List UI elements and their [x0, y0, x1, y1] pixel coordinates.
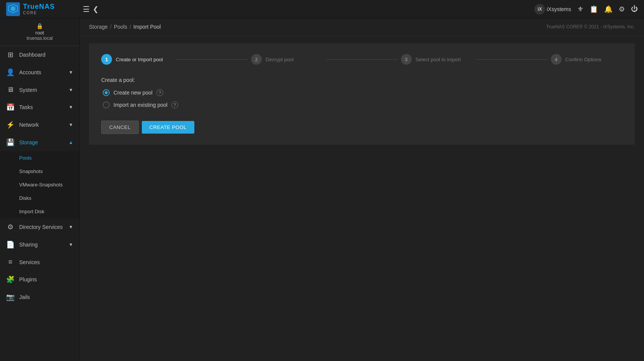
sidebar-item-storage[interactable]: 💾 Storage ▲ — [0, 134, 79, 151]
sidebar-item-tasks[interactable]: 📅 Tasks ▼ — [0, 98, 79, 116]
sidebar-subitem-import-disk[interactable]: Import Disk — [0, 205, 79, 218]
sidebar-nav: ⊞ Dashboard 👤 Accounts ▼ 🖥 System ▼ 📅 Ta… — [0, 46, 79, 361]
back-button[interactable]: ❮ — [93, 5, 99, 13]
sidebar: 🔒 root truenas.local ⊞ Dashboard 👤 Accou… — [0, 18, 80, 361]
storage-subitems: Pools Snapshots VMware-Snapshots Disks I… — [0, 151, 79, 218]
sidebar-item-accounts[interactable]: 👤 Accounts ▼ — [0, 64, 79, 81]
sidebar-item-label: Plugins — [19, 276, 73, 283]
ix-logo-circle: iX — [534, 4, 545, 15]
step-2-label: Decrypt pool — [266, 57, 294, 62]
sidebar-item-jails[interactable]: 📷 Jails — [0, 288, 79, 306]
sidebar-item-label: Sharing — [19, 242, 64, 248]
plugins-icon: 🧩 — [6, 275, 15, 284]
create-pool-button[interactable]: CREATE POOL — [142, 121, 194, 134]
breadcrumb-sep-2: / — [130, 24, 131, 30]
radio-create-new-label: Create new pool — [113, 90, 153, 96]
breadcrumb-bar: Storage / Pools / Import Pool TrueNAS CO… — [80, 18, 644, 36]
step-1-label: Create or Import pool — [116, 57, 163, 62]
lock-icon: 🔒 — [36, 23, 43, 29]
sidebar-item-network[interactable]: ⚡ Network ▼ — [0, 116, 79, 134]
truenas-logo-icon — [6, 2, 20, 16]
step-4-circle: 4 — [551, 54, 562, 65]
sidebar-item-sharing[interactable]: 📄 Sharing ▼ — [0, 236, 79, 253]
form-section-title: Create a pool: — [101, 77, 623, 83]
accounts-icon: 👤 — [6, 68, 15, 77]
stepper: 1 Create or Import pool 2 Decrypt pool 3… — [101, 54, 623, 65]
step-2: 2 Decrypt pool — [251, 54, 323, 65]
directory-services-icon: ⚙ — [6, 223, 15, 231]
step-4: 4 Confirm Options — [551, 54, 623, 65]
step-connector-2 — [326, 59, 398, 60]
copyright-text: TrueNAS CORE® © 2021 - iXSystems, Inc. — [546, 24, 635, 29]
sidebar-item-dashboard[interactable]: ⊞ Dashboard — [0, 46, 79, 64]
sidebar-item-plugins[interactable]: 🧩 Plugins — [0, 271, 79, 288]
chevron-down-icon: ▼ — [69, 242, 73, 247]
dashboard-icon: ⊞ — [6, 51, 15, 59]
sidebar-item-label: Tasks — [19, 104, 64, 110]
power-icon[interactable]: ⏻ — [631, 5, 638, 13]
bell-icon[interactable]: 🔔 — [604, 5, 613, 13]
step-3-label: Select pool to import — [416, 57, 461, 62]
logo-truenas: TrueNAS — [23, 3, 55, 11]
jails-icon: 📷 — [6, 293, 15, 301]
ix-label: iXsystems — [547, 6, 571, 12]
topbar-right: iX iXsystems ⚜ 📋 🔔 ⚙ ⏻ — [534, 4, 638, 15]
sidebar-item-label: Jails — [19, 294, 73, 300]
step-3: 3 Select pool to import — [401, 54, 473, 65]
ix-logo: iX iXsystems — [534, 4, 571, 15]
sidebar-item-directory-services[interactable]: ⚙ Directory Services ▼ — [0, 218, 79, 236]
sidebar-item-label: Dashboard — [19, 52, 73, 58]
system-icon: 🖥 — [6, 86, 15, 94]
settings-icon[interactable]: ⚙ — [619, 5, 625, 13]
sidebar-subitem-vmware-snapshots[interactable]: VMware-Snapshots — [0, 178, 79, 191]
breadcrumb-current: Import Pool — [133, 24, 161, 30]
services-icon: ≡ — [6, 258, 15, 266]
sidebar-item-label: Accounts — [19, 69, 64, 75]
radio-group: Create new pool ? Import an existing poo… — [103, 89, 623, 108]
logo: TrueNAS CORE — [6, 2, 83, 16]
clipboard-icon[interactable]: 📋 — [590, 5, 598, 13]
chevron-down-icon: ▼ — [69, 122, 73, 127]
breadcrumb-pools[interactable]: Pools — [114, 24, 127, 30]
cancel-button[interactable]: CANCEL — [101, 121, 139, 134]
chevron-down-icon: ▼ — [69, 70, 73, 75]
sidebar-item-label: Directory Services — [19, 224, 64, 230]
step-1: 1 Create or Import pool — [101, 54, 173, 65]
chevron-down-icon: ▼ — [69, 105, 73, 110]
sidebar-item-label: Storage — [19, 139, 64, 145]
sidebar-item-label: System — [19, 87, 64, 93]
radio-create-new-outer — [103, 89, 110, 96]
create-new-help-icon[interactable]: ? — [156, 89, 163, 96]
tasks-icon: 📅 — [6, 103, 15, 111]
breadcrumb-storage[interactable]: Storage — [89, 24, 108, 30]
step-4-label: Confirm Options — [565, 57, 601, 62]
step-2-circle: 2 — [251, 54, 262, 65]
trident-icon[interactable]: ⚜ — [577, 5, 583, 13]
breadcrumb: Storage / Pools / Import Pool — [89, 24, 161, 30]
sidebar-subitem-snapshots[interactable]: Snapshots — [0, 165, 79, 178]
sharing-icon: 📄 — [6, 240, 15, 249]
radio-import-existing[interactable]: Import an existing pool ? — [103, 101, 623, 108]
content: Storage / Pools / Import Pool TrueNAS CO… — [80, 18, 644, 361]
step-1-circle: 1 — [101, 54, 112, 65]
chevron-up-icon: ▲ — [69, 140, 73, 145]
sidebar-subitem-pools[interactable]: Pools — [0, 151, 79, 165]
logo-core: CORE — [23, 11, 55, 15]
step-connector-1 — [176, 59, 248, 60]
menu-button[interactable]: ☰ — [83, 5, 90, 14]
radio-import-existing-label: Import an existing pool — [113, 102, 168, 108]
sidebar-subitem-disks[interactable]: Disks — [0, 191, 79, 205]
radio-import-existing-outer — [103, 101, 110, 108]
sidebar-item-label: Network — [19, 122, 64, 128]
import-existing-help-icon[interactable]: ? — [171, 101, 178, 108]
sidebar-item-services[interactable]: ≡ Services — [0, 253, 79, 271]
sidebar-username: root — [35, 30, 44, 36]
step-3-circle: 3 — [401, 54, 412, 65]
topbar: TrueNAS CORE ☰ ❮ iX iXsystems ⚜ 📋 🔔 ⚙ ⏻ — [0, 0, 644, 18]
storage-icon: 💾 — [6, 138, 15, 147]
sidebar-user: 🔒 root truenas.local — [0, 18, 79, 46]
radio-create-new-inner — [105, 91, 108, 94]
radio-create-new[interactable]: Create new pool ? — [103, 89, 623, 96]
network-icon: ⚡ — [6, 121, 15, 129]
sidebar-item-system[interactable]: 🖥 System ▼ — [0, 81, 79, 98]
